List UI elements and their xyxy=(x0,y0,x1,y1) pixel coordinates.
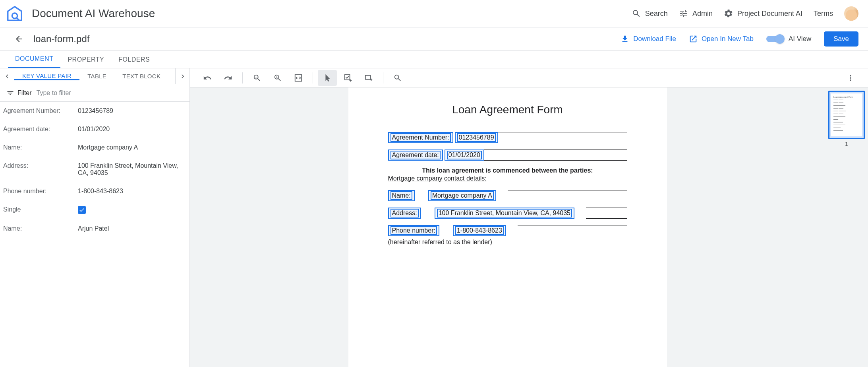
kv-value: Arjun Patel xyxy=(78,225,186,232)
tab-property[interactable]: PROPERTY xyxy=(60,51,111,68)
download-icon xyxy=(621,35,629,43)
download-label: Download File xyxy=(633,35,676,43)
thumbnails-panel: Loan Agreement Form━━━━ ━━━━━━━━ ━━━━━━━… xyxy=(825,87,868,367)
more-button[interactable] xyxy=(841,70,860,86)
tab-folders[interactable]: FOLDERS xyxy=(111,51,157,68)
viewer-body: Loan Agreement Form Agreement Number: 01… xyxy=(190,87,868,367)
nav-project[interactable]: Project Document AI xyxy=(724,9,802,18)
ai-view-toggle[interactable] xyxy=(766,36,784,42)
kv-key: Address: xyxy=(3,162,78,169)
field-label[interactable]: Name: xyxy=(388,190,415,201)
field-value[interactable]: 0123456789 xyxy=(455,132,498,143)
kv-value: 1-800-843-8623 xyxy=(78,188,186,195)
code-view-button[interactable] xyxy=(289,70,308,86)
field-row-phone: Phone number: 1-800-843-8623 xyxy=(388,225,627,236)
kv-key: Name: xyxy=(3,225,78,232)
left-panel: KEY VALUE PAIR TABLE TEXT BLOCK Filter A… xyxy=(0,68,190,367)
kv-row[interactable]: Single xyxy=(0,200,189,219)
sub-tab-table[interactable]: TABLE xyxy=(79,72,114,80)
kv-key: Name: xyxy=(3,144,78,151)
filter-bar: Filter xyxy=(0,84,189,102)
kv-value xyxy=(78,206,186,214)
ai-view-label: AI View xyxy=(789,35,811,43)
user-avatar[interactable] xyxy=(844,6,858,21)
kv-row[interactable]: Phone number:1-800-843-8623 xyxy=(0,182,189,200)
field-row-address: Address: 100 Franklin Street, Mountain V… xyxy=(388,208,627,219)
nav-search[interactable]: Search xyxy=(632,9,668,18)
kv-value: 01/01/2020 xyxy=(78,126,186,133)
annotate-button[interactable] xyxy=(338,70,358,86)
kv-row[interactable]: Name:Mortgage company A xyxy=(0,138,189,157)
sub-header: loan-form.pdf Download File Open In New … xyxy=(0,27,868,51)
doc-lender-note: (hereinafter referred to as the lender) xyxy=(388,239,627,246)
thumbnail-page-number: 1 xyxy=(828,141,865,147)
check-icon xyxy=(79,207,85,213)
zoom-out-icon xyxy=(253,74,261,82)
kv-key: Single xyxy=(3,206,78,213)
crop-button[interactable] xyxy=(359,70,378,86)
field-value[interactable]: 01/01/2020 xyxy=(445,150,484,161)
brand: Document AI Warehouse xyxy=(6,4,155,23)
checkbox-checked[interactable] xyxy=(78,206,86,214)
redo-button[interactable] xyxy=(218,70,238,86)
thumbnail-preview: Loan Agreement Form━━━━ ━━━━━━━━ ━━━━━━━… xyxy=(831,93,862,136)
undo-icon xyxy=(203,74,212,82)
tab-document[interactable]: DOCUMENT xyxy=(8,51,60,68)
code-icon xyxy=(294,74,303,82)
brand-logo-icon xyxy=(6,4,24,23)
zoom-out-button[interactable] xyxy=(247,70,267,86)
sub-tab-text-block[interactable]: TEXT BLOCK xyxy=(114,72,168,80)
sub-tabs-scroll-right[interactable] xyxy=(175,68,189,84)
doc-intro-bold: This loan agreement is commenced between… xyxy=(388,167,627,174)
filter-label: Filter xyxy=(17,89,32,97)
field-row-agreement-number: Agreement Number: 0123456789 xyxy=(388,132,627,143)
search-in-doc-button[interactable] xyxy=(388,70,407,86)
thumbnail-page-1[interactable]: Loan Agreement Form━━━━ ━━━━━━━━ ━━━━━━━… xyxy=(828,91,865,139)
sub-tabs-scroll-left[interactable] xyxy=(0,68,14,84)
filter-input[interactable] xyxy=(37,89,183,97)
main-tabs: DOCUMENT PROPERTY FOLDERS xyxy=(0,51,868,68)
save-button[interactable]: Save xyxy=(824,31,858,47)
kv-row[interactable]: Agreement date:01/01/2020 xyxy=(0,120,189,138)
zoom-in-button[interactable] xyxy=(268,70,287,86)
arrow-back-icon xyxy=(14,34,24,44)
svg-line-1 xyxy=(17,18,19,20)
kv-key: Agreement Number: xyxy=(3,107,78,115)
field-label[interactable]: Phone number: xyxy=(388,225,439,236)
nav-admin-label: Admin xyxy=(692,10,713,18)
undo-button[interactable] xyxy=(198,70,217,86)
back-button[interactable] xyxy=(11,31,27,47)
tune-icon xyxy=(679,9,688,18)
field-value[interactable]: 100 Franklin Street, Mountain View, CA, … xyxy=(435,208,574,219)
open-new-tab-button[interactable]: Open In New Tab xyxy=(689,35,754,43)
field-value[interactable]: Mortgage company A xyxy=(428,190,496,201)
field-value[interactable]: 1-800-843-8623 xyxy=(453,225,506,236)
download-button[interactable]: Download File xyxy=(621,35,676,43)
nav-project-label: Project Document AI xyxy=(737,10,802,18)
field-label[interactable]: Agreement Number: xyxy=(388,132,453,143)
search-icon xyxy=(393,74,402,82)
kv-value: 100 Franklin Street, Mountain View, CA, … xyxy=(78,162,186,177)
sub-tab-key-value-pair[interactable]: KEY VALUE PAIR xyxy=(14,72,79,80)
crop-icon xyxy=(364,74,373,82)
search-icon xyxy=(632,9,641,18)
kv-row[interactable]: Address:100 Franklin Street, Mountain Vi… xyxy=(0,157,189,182)
sub-tabs: KEY VALUE PAIR TABLE TEXT BLOCK xyxy=(0,68,189,84)
checkbox-add-icon xyxy=(344,74,352,82)
nav-admin[interactable]: Admin xyxy=(679,9,713,18)
kv-row[interactable]: Agreement Number:0123456789 xyxy=(0,102,189,120)
field-row-agreement-date: Agreement date: 01/01/2020 xyxy=(388,150,627,161)
body: KEY VALUE PAIR TABLE TEXT BLOCK Filter A… xyxy=(0,68,868,367)
kv-row[interactable]: Name:Arjun Patel xyxy=(0,219,189,238)
field-label[interactable]: Agreement date: xyxy=(388,150,443,161)
page-canvas-wrap[interactable]: Loan Agreement Form Agreement Number: 01… xyxy=(190,87,825,367)
field-label[interactable]: Address: xyxy=(388,208,421,219)
filter-label-wrap: Filter xyxy=(6,89,32,97)
redo-icon xyxy=(224,74,232,82)
viewer: Loan Agreement Form Agreement Number: 01… xyxy=(190,68,868,367)
select-tool-button[interactable] xyxy=(318,70,337,86)
viewer-toolbar xyxy=(190,68,868,87)
open-in-new-icon xyxy=(689,35,698,43)
top-header: Document AI Warehouse Search Admin Proje… xyxy=(0,0,868,27)
nav-terms[interactable]: Terms xyxy=(814,10,833,18)
